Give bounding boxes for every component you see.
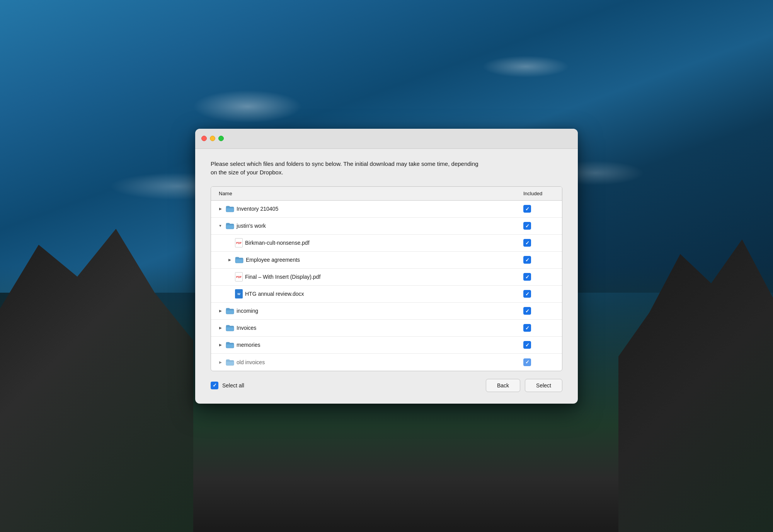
expand-icon[interactable] (217, 308, 223, 314)
footer-buttons: Back Select (486, 379, 562, 392)
table-row: W HTG annual review.docx ✓ (211, 286, 562, 303)
file-check-cell: ✓ (516, 205, 562, 213)
file-check-cell: ✓ (516, 256, 562, 264)
file-checkbox[interactable]: ✓ (523, 239, 531, 247)
expand-icon[interactable] (217, 359, 223, 365)
table-row: old invoices ✓ (211, 354, 562, 371)
folder-icon (226, 222, 234, 229)
folder-icon (235, 256, 243, 263)
table-row: memories ✓ (211, 337, 562, 354)
file-check-cell: ✓ (516, 341, 562, 349)
file-checkbox[interactable]: ✓ (523, 273, 531, 281)
file-name-label: Final – With Insert (Display).pdf (245, 274, 320, 280)
file-name-label: HTG annual review.docx (245, 291, 304, 297)
file-name-cell: Invoices (211, 321, 516, 334)
file-name-cell: justin's work (211, 219, 516, 232)
dialog-window: Please select which files and folders to… (195, 129, 578, 404)
checkmark-icon: ✓ (525, 257, 530, 263)
file-table: Name Included Inventory 210405 (211, 186, 562, 371)
folder-icon (226, 307, 234, 314)
pdf-icon: PDF (235, 272, 243, 281)
file-check-cell: ✓ (516, 358, 562, 366)
file-checkbox[interactable]: ✓ (523, 205, 531, 213)
expand-icon[interactable] (217, 223, 223, 229)
file-name-cell: W HTG annual review.docx (220, 286, 516, 302)
file-name-label: incoming (237, 308, 258, 314)
file-name-label: justin's work (237, 223, 266, 229)
file-check-cell: ✓ (516, 290, 562, 298)
minimize-button[interactable] (210, 136, 215, 141)
file-checkbox[interactable]: ✓ (523, 290, 531, 298)
expand-icon[interactable] (217, 206, 223, 212)
file-checkbox[interactable]: ✓ (523, 256, 531, 264)
folder-icon (226, 341, 234, 348)
pdf-icon: PDF (235, 238, 243, 247)
table-row: Invoices ✓ (211, 320, 562, 337)
checkmark-icon: ✓ (525, 240, 530, 246)
docx-icon: W (235, 289, 243, 298)
file-check-cell: ✓ (516, 273, 562, 281)
file-name-cell: PDF Birkman-cult-nonsense.pdf (220, 235, 516, 251)
file-name-cell: memories (211, 338, 516, 351)
folder-icon (226, 205, 234, 212)
select-all-checkbox[interactable]: ✓ (211, 382, 218, 389)
back-button[interactable]: Back (486, 379, 520, 392)
file-name-label: old invoices (237, 359, 265, 365)
folder-icon (226, 324, 234, 331)
table-row: Inventory 210405 ✓ (211, 201, 562, 218)
table-row: justin's work ✓ (211, 218, 562, 235)
file-name-cell: Employee agreements (220, 253, 516, 266)
checkmark-icon: ✓ (525, 275, 530, 280)
select-button[interactable]: Select (525, 379, 562, 392)
file-check-cell: ✓ (516, 239, 562, 247)
expand-icon[interactable] (226, 257, 233, 263)
maximize-button[interactable] (218, 136, 224, 141)
checkmark-icon: ✓ (525, 326, 530, 331)
table-header: Name Included (211, 187, 562, 201)
table-row: incoming ✓ (211, 303, 562, 320)
expand-icon[interactable] (217, 325, 223, 331)
expand-icon[interactable] (217, 342, 223, 348)
table-row: PDF Birkman-cult-nonsense.pdf ✓ (211, 235, 562, 252)
file-check-cell: ✓ (516, 222, 562, 230)
select-all-container: ✓ Select all (211, 382, 486, 389)
col-included-header: Included (516, 191, 562, 196)
col-name-header: Name (211, 191, 516, 196)
dialog-description: Please select which files and folders to… (211, 160, 481, 177)
checkmark-icon: ✓ (525, 343, 530, 348)
dialog-content: Please select which files and folders to… (195, 149, 578, 371)
file-name-cell: PDF Final – With Insert (Display).pdf (220, 269, 516, 285)
checkmark-icon: ✓ (525, 223, 530, 228)
file-checkbox[interactable]: ✓ (523, 222, 531, 230)
file-name-cell: old invoices (211, 356, 516, 369)
file-checkbox[interactable]: ✓ (523, 307, 531, 315)
file-name-label: Invoices (237, 325, 256, 331)
select-all-label: Select all (222, 382, 244, 389)
file-check-cell: ✓ (516, 307, 562, 315)
close-button[interactable] (201, 136, 207, 141)
file-name-label: Employee agreements (246, 257, 300, 263)
file-name-cell: Inventory 210405 (211, 202, 516, 215)
file-name-label: Birkman-cult-nonsense.pdf (245, 240, 310, 246)
file-name-cell: incoming (211, 304, 516, 317)
file-checkbox[interactable]: ✓ (523, 324, 531, 332)
dialog-footer: ✓ Select all Back Select (195, 379, 578, 392)
checkmark-icon: ✓ (525, 292, 530, 297)
select-all-checkmark-icon: ✓ (213, 383, 217, 388)
file-check-cell: ✓ (516, 324, 562, 332)
checkmark-icon: ✓ (525, 360, 530, 365)
table-row: Employee agreements ✓ (211, 252, 562, 269)
title-bar (195, 129, 578, 149)
file-checkbox[interactable]: ✓ (523, 358, 531, 366)
file-name-label: memories (237, 342, 260, 348)
checkmark-icon: ✓ (525, 309, 530, 314)
folder-icon (226, 359, 234, 366)
file-checkbox[interactable]: ✓ (523, 341, 531, 349)
file-name-label: Inventory 210405 (237, 206, 278, 212)
checkmark-icon: ✓ (525, 206, 530, 211)
table-row: PDF Final – With Insert (Display).pdf ✓ (211, 269, 562, 286)
